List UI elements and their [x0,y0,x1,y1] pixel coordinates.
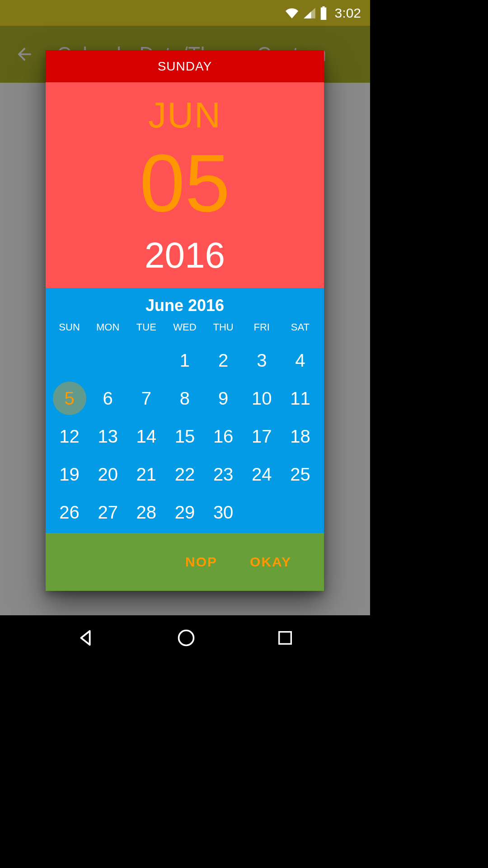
calendar-day-cell[interactable]: 22 [165,455,204,493]
calendar-day-cell[interactable]: 8 [165,379,204,417]
calendar-day-cell[interactable]: 17 [243,417,281,455]
calendar-day-cell[interactable]: 26 [50,493,89,531]
calendar-day-cell[interactable]: 30 [204,493,243,531]
svg-rect-1 [279,632,291,644]
date-picker-dialog: SUNDAY JUN 05 2016 June 2016 SUNMONTUEWE… [46,50,324,591]
nav-back-icon[interactable] [76,627,97,648]
selected-day-big: 05 [140,142,230,224]
dayname-text: SUNDAY [158,59,212,74]
dow-label: SAT [281,321,319,341]
dialog-actions: NOP OKAY [46,533,324,591]
calendar-day-cell[interactable]: 20 [89,455,127,493]
dow-label: TUE [127,321,165,341]
dow-label: MON [89,321,127,341]
dayname-banner: SUNDAY [46,50,324,82]
calendar-day-cell[interactable]: 28 [127,493,165,531]
calendar-day-cell[interactable]: 12 [50,417,89,455]
nav-recent-icon[interactable] [276,629,294,647]
cancel-button[interactable]: NOP [185,554,217,570]
calendar-day-cell[interactable]: 25 [281,455,319,493]
selected-month: JUN [148,97,221,133]
ok-button[interactable]: OKAY [250,554,291,570]
calendar-day-cell[interactable]: 27 [89,493,127,531]
calendar-day-cell[interactable]: 13 [89,417,127,455]
calendar-day-cell[interactable]: 11 [281,379,319,417]
wifi-icon [284,7,300,19]
status-clock: 3:02 [335,5,361,21]
calendar-grid-area: June 2016 SUNMONTUEWEDTHUFRISAT 12345678… [46,288,324,533]
calendar-day-cell[interactable]: 24 [243,455,281,493]
calendar-day-cell[interactable]: 15 [165,417,204,455]
cell-signal-icon [303,7,316,19]
selected-year[interactable]: 2016 [145,237,225,274]
dow-label: THU [204,321,243,341]
calendar-day-cell[interactable]: 21 [127,455,165,493]
calendar-day-cell[interactable]: 1 [165,341,204,379]
calendar-day-cell[interactable]: 2 [204,341,243,379]
calendar-empty-cell [50,341,89,379]
calendar-day-cell[interactable]: 3 [243,341,281,379]
calendar-day-cell[interactable]: 9 [204,379,243,417]
battery-icon [319,6,328,20]
calendar-empty-cell [127,341,165,379]
date-header[interactable]: JUN 05 2016 [46,82,324,288]
calendar-day-cell[interactable]: 6 [89,379,127,417]
nav-home-icon[interactable] [176,628,196,648]
calendar-day-cell[interactable]: 4 [281,341,319,379]
calendar-day-cell[interactable]: 16 [204,417,243,455]
calendar-day-cell[interactable]: 14 [127,417,165,455]
calendar-day-cell[interactable]: 7 [127,379,165,417]
dow-label: WED [165,321,204,341]
calendar-month-title: June 2016 [46,296,324,315]
calendar-day-cell[interactable]: 19 [50,455,89,493]
nav-bar [0,615,370,660]
calendar-empty-cell [89,341,127,379]
calendar-day-cell[interactable]: 18 [281,417,319,455]
dow-label: SUN [50,321,89,341]
dow-label: FRI [243,321,281,341]
calendar-day-cell[interactable]: 29 [165,493,204,531]
calendar-day-cell[interactable]: 5 [50,379,89,417]
svg-point-0 [179,631,194,646]
calendar-day-cell[interactable]: 10 [243,379,281,417]
status-bar: 3:02 [0,0,370,26]
calendar-day-cell[interactable]: 23 [204,455,243,493]
